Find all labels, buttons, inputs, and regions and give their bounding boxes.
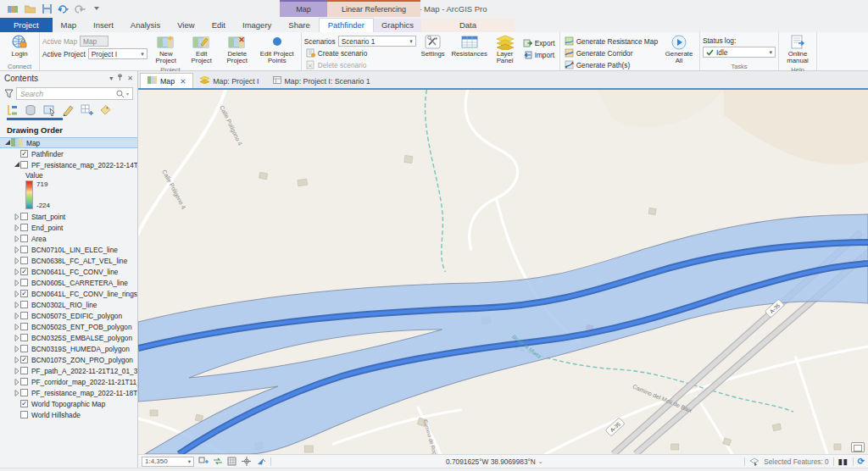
ribbon-tab-imagery[interactable]: Imagery [234,19,280,32]
resistances-button[interactable]: Resistances [450,34,489,58]
ribbon-tab-pathfinder[interactable]: Pathfinder [319,18,374,32]
delete-project-button[interactable]: ✕ Delete Project [220,34,254,66]
layer-checkbox[interactable] [20,345,28,352]
expand-icon[interactable] [14,390,20,396]
layer-row[interactable]: BCN0319S_HUMEDA_polygon [0,343,137,354]
collapse-icon[interactable] [14,162,20,168]
labeling-icon[interactable] [99,104,112,116]
layer-row[interactable]: ✓BCN0641L_FC_CONV_line [0,266,137,277]
ribbon-tab-map[interactable]: Map [53,19,85,32]
layer-checkbox[interactable]: ✓ [20,150,28,158]
edit-project-points-button[interactable]: Edit Project Points [256,34,298,66]
ribbon-tab-project[interactable]: Project [0,18,53,32]
layer-row[interactable]: PF_path_A_2022-11-21T12_01_39 [0,365,137,376]
map-canvas[interactable]: A-35 A-35 Calle Polígono 4 Calle Polígon… [138,90,868,454]
swap-arrows-icon[interactable] [213,457,223,466]
navigate-icon[interactable] [256,457,266,466]
data-source-icon[interactable] [25,104,37,116]
layer-row[interactable]: ✓World Topographic Map [0,398,137,409]
snapping-grid-icon[interactable] [81,104,93,116]
layer-row[interactable]: PF_corridor_map_2022-11-21T11_57_09.tif [0,376,137,387]
edit-project-button[interactable]: Edit Project [185,34,219,66]
overview-map-button[interactable] [851,442,865,452]
layer-checkbox[interactable] [20,224,28,231]
export-button[interactable]: Export [521,37,557,48]
redo-icon[interactable] [75,3,86,14]
layer-row[interactable]: ✓Pathfinder [0,148,137,159]
edit-pencil-icon[interactable] [62,104,75,116]
generate-paths-button[interactable]: Generate Path(s) [563,59,659,70]
expand-icon[interactable] [14,346,20,352]
layer-checkbox[interactable]: ✓ [20,268,28,275]
layer-checkbox[interactable] [20,213,28,220]
select-tool-icon[interactable] [198,457,209,466]
online-manual-button[interactable]: Online manual [782,34,814,66]
new-project-button[interactable]: ✦ New Project [149,34,183,66]
ribbon-tab-analysis[interactable]: Analysis [122,19,169,32]
generate-corridor-button[interactable]: Generate Corridor [563,47,659,58]
layer-row[interactable]: BCN0507S_EDIFIC_polygon [0,310,137,321]
coordinates-display[interactable]: 0.7091625°W 38.9069983°N⌄ [446,457,543,466]
expand-icon[interactable] [14,379,20,385]
expand-icon[interactable] [14,213,20,220]
customize-qat-icon[interactable] [92,3,103,14]
expand-icon[interactable] [14,335,20,341]
ribbon-tab-view[interactable]: View [169,19,203,32]
refresh-icon[interactable]: ⟳ [858,457,865,466]
layer-checkbox[interactable] [20,378,28,385]
expand-icon[interactable] [14,302,20,308]
undo-icon[interactable] [58,3,70,14]
layer-row[interactable]: PF_resistance_map_2022-11-18T13_19_42.ti… [0,387,137,398]
layer-row[interactable]: BCN0502S_ENT_POB_polygon [0,321,137,332]
tab-graphics[interactable]: Graphics [374,19,421,32]
list-by-drawing-order-icon[interactable] [6,104,19,116]
layer-checkbox[interactable] [20,257,28,264]
expand-icon[interactable] [14,224,20,231]
layer-row[interactable]: BCN0302L_RIO_line [0,299,137,310]
expand-icon[interactable] [14,280,20,286]
close-panel-icon[interactable]: ✕ [127,75,133,82]
ribbon-tab-edit[interactable]: Edit [203,19,234,32]
layer-checkbox[interactable] [20,334,28,341]
status-log-combo[interactable]: Idle▾ [703,47,776,58]
layer-checkbox[interactable] [20,246,28,253]
grid-icon[interactable] [227,457,237,466]
active-project-combo[interactable]: Project I▾ [88,48,147,59]
layer-checkbox[interactable]: ✓ [20,290,28,297]
layer-row[interactable]: ✓BCN0641L_FC_CONV_line_rings [0,288,137,299]
layer-checkbox[interactable] [20,389,28,396]
scenario-combo[interactable]: Scenario 1▾ [338,36,416,47]
view-tab-map-project-i-scenario-1[interactable]: Map: Project I: Scenario 1 [266,74,377,88]
ribbon-tab-insert[interactable]: Insert [85,19,122,32]
layer-row[interactable]: Map [0,137,137,148]
layer-checkbox[interactable]: ✓ [20,400,28,407]
layer-checkbox[interactable] [20,235,28,242]
crosshair-icon[interactable] [242,457,252,466]
layer-row[interactable]: World Hillshade [0,409,137,420]
settings-button[interactable]: Settings [418,34,448,58]
expand-icon[interactable] [14,247,20,253]
layer-row[interactable]: BCN0325S_EMBALSE_polygon [0,332,137,343]
pin-icon[interactable] [117,74,123,83]
view-tab-map[interactable]: Map✕ [140,73,193,88]
expand-icon[interactable] [14,269,20,275]
expand-icon[interactable] [14,324,20,330]
pause-drawing-icon[interactable]: ▮▮ [838,457,849,466]
view-tab-map-project-i[interactable]: Map: Project I [193,74,265,88]
layer-row[interactable]: Area [0,233,137,244]
layer-row[interactable]: BCN0710L_LIN_ELEC_line [0,244,137,255]
layer-checkbox[interactable] [20,323,28,330]
expand-icon[interactable] [14,291,20,297]
layer-checkbox[interactable] [20,312,28,319]
open-folder-icon[interactable] [24,3,36,14]
create-scenario-button[interactable]: Create scenario [304,47,416,58]
expand-icon[interactable] [14,236,20,242]
expand-icon[interactable] [14,258,20,264]
expand-icon[interactable] [14,313,20,319]
close-view-icon[interactable]: ✕ [180,77,186,86]
selected-features-label[interactable]: Selected Features: 0 [764,457,829,466]
filter-icon[interactable] [4,89,14,98]
project-icon[interactable] [7,3,19,14]
expand-icon[interactable] [14,368,20,374]
layer-panel-button[interactable]: Layer Panel [491,34,520,66]
